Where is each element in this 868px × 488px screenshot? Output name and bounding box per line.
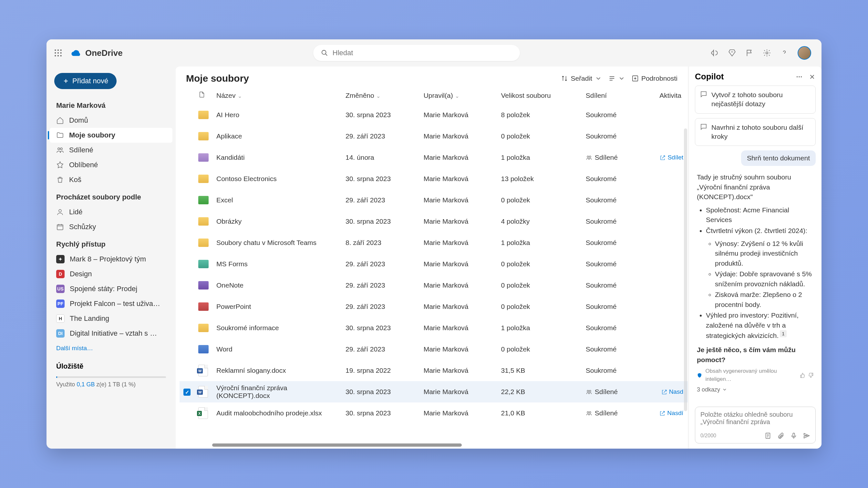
more-icon[interactable] bbox=[796, 73, 803, 80]
file-activity[interactable] bbox=[640, 232, 688, 253]
send-icon[interactable] bbox=[803, 432, 810, 439]
horizontal-scrollbar[interactable] bbox=[182, 444, 681, 447]
file-activity[interactable] bbox=[640, 104, 688, 126]
file-modified-by: Marie Marková bbox=[420, 381, 497, 402]
file-activity[interactable] bbox=[640, 338, 688, 360]
table-row[interactable]: X Audit maloobchodního prodeje.xlsx 30. … bbox=[180, 402, 688, 424]
quick-access-item[interactable]: ✦Mark 8 – Projektový tým bbox=[50, 252, 173, 267]
file-modified-by: Marie Marková bbox=[420, 317, 497, 338]
file-activity[interactable] bbox=[640, 275, 688, 296]
file-size: 13 položek bbox=[497, 168, 582, 190]
flag-icon[interactable] bbox=[745, 49, 754, 57]
table-row[interactable]: Obrázky 30. srpna 2023 Marie Marková 4 p… bbox=[180, 211, 688, 232]
quick-access-item[interactable]: HThe Landing bbox=[50, 311, 173, 326]
svg-point-15 bbox=[59, 209, 61, 212]
vertical-scrollbar[interactable] bbox=[684, 128, 687, 411]
table-row[interactable]: Aplikace 29. září 2023 Marie Marková 0 p… bbox=[180, 126, 688, 147]
more-places-link[interactable]: Další místa… bbox=[50, 341, 173, 356]
table-row[interactable]: Contoso Electronics 30. srpna 2023 Marie… bbox=[180, 168, 688, 190]
chat-icon bbox=[700, 90, 708, 98]
team-avatar: D bbox=[56, 270, 65, 278]
file-activity[interactable]: Sdílet bbox=[640, 147, 688, 168]
browse-meetings[interactable]: Schůzky bbox=[50, 220, 173, 234]
svg-point-20 bbox=[587, 390, 589, 392]
nav-shared[interactable]: Sdílené bbox=[50, 143, 173, 158]
quick-access-item[interactable]: DDesign bbox=[50, 267, 173, 282]
folder-icon bbox=[198, 196, 209, 204]
table-row[interactable]: Soubory chatu v Microsoft Teams 8. září … bbox=[180, 232, 688, 253]
file-activity[interactable] bbox=[640, 168, 688, 190]
table-row[interactable]: W Výroční finanční zpráva (KONCEPT).docx… bbox=[180, 381, 688, 402]
quick-access-item[interactable]: USSpojené státy: Prodej bbox=[50, 282, 173, 296]
details-button[interactable]: Podrobnosti bbox=[631, 74, 678, 82]
svg-point-1 bbox=[58, 50, 59, 51]
file-activity[interactable] bbox=[640, 190, 688, 211]
quick-access-item[interactable]: PFProjekt Falcon – test uživa… bbox=[50, 296, 173, 311]
megaphone-icon[interactable] bbox=[710, 49, 719, 57]
quick-access-item[interactable]: DIDigital Initiative – vztah s … bbox=[50, 326, 173, 341]
microphone-icon[interactable] bbox=[790, 432, 797, 439]
row-checkbox[interactable] bbox=[183, 389, 190, 396]
col-name[interactable]: Název⌄ bbox=[213, 87, 342, 104]
folder-icon bbox=[198, 302, 209, 311]
nav-favorites[interactable]: Oblíbené bbox=[50, 158, 173, 172]
add-new-button[interactable]: Přidat nové bbox=[54, 73, 117, 89]
file-activity[interactable] bbox=[640, 126, 688, 147]
copilot-input[interactable] bbox=[701, 411, 810, 429]
search-box[interactable] bbox=[313, 45, 520, 61]
file-name: Contoso Electronics bbox=[213, 168, 342, 190]
premium-icon[interactable] bbox=[728, 49, 736, 57]
app-launcher-icon[interactable] bbox=[53, 48, 63, 58]
gear-icon[interactable] bbox=[763, 49, 771, 57]
nav-my-files[interactable]: Moje soubory bbox=[50, 128, 173, 143]
table-row[interactable]: PowerPoint 29. září 2023 Marie Marková 0… bbox=[180, 296, 688, 317]
file-name: AI Hero bbox=[213, 104, 342, 126]
copilot-suggestion[interactable]: Vytvoř z tohoto souboru nejčastější dota… bbox=[695, 86, 816, 113]
file-activity[interactable] bbox=[640, 211, 688, 232]
dislike-icon[interactable] bbox=[808, 372, 814, 378]
help-icon[interactable] bbox=[780, 49, 788, 57]
copilot-suggestion[interactable]: Navrhni z tohoto souboru další kroky bbox=[695, 118, 816, 146]
table-row[interactable]: Kandidáti 14. února Marie Marková 1 polo… bbox=[180, 147, 688, 168]
close-icon[interactable] bbox=[809, 73, 816, 80]
table-row[interactable]: Soukromé informace 30. srpna 2023 Marie … bbox=[180, 317, 688, 338]
references-toggle[interactable]: 3 odkazy bbox=[697, 385, 814, 394]
file-modified: 29. září 2023 bbox=[342, 275, 420, 296]
attachment-icon[interactable] bbox=[777, 432, 784, 439]
file-activity[interactable] bbox=[640, 253, 688, 275]
table-row[interactable]: OneNote 29. září 2023 Marie Marková 0 po… bbox=[180, 275, 688, 296]
file-activity[interactable] bbox=[640, 296, 688, 317]
nav-home[interactable]: Domů bbox=[50, 113, 173, 128]
like-icon[interactable] bbox=[800, 372, 805, 378]
file-activity[interactable]: Nasdí bbox=[640, 402, 688, 424]
col-modified[interactable]: Změněno⌄ bbox=[342, 87, 420, 104]
file-activity[interactable] bbox=[640, 317, 688, 338]
folder-icon bbox=[198, 281, 209, 290]
browse-header: Procházet soubory podle bbox=[50, 190, 173, 205]
table-row[interactable]: W Reklamní slogany.docx 19. srpna 2022 M… bbox=[180, 360, 688, 381]
file-activity[interactable] bbox=[640, 360, 688, 381]
file-modified-by: Marie Marková bbox=[420, 190, 497, 211]
browse-people[interactable]: Lidé bbox=[50, 205, 173, 220]
team-avatar: ✦ bbox=[56, 255, 65, 263]
sort-button[interactable]: Seřadit bbox=[561, 74, 602, 82]
view-switcher[interactable] bbox=[609, 75, 625, 82]
avatar[interactable] bbox=[798, 46, 811, 60]
table-row[interactable]: Word 29. září 2023 Marie Marková 0 polož… bbox=[180, 338, 688, 360]
table-row[interactable]: Excel 29. září 2023 Marie Marková 0 polo… bbox=[180, 190, 688, 211]
search-input[interactable] bbox=[333, 49, 512, 57]
file-modified-by: Marie Marková bbox=[420, 104, 497, 126]
file-activity[interactable]: Nasd bbox=[640, 381, 688, 402]
table-row[interactable]: AI Hero 30. srpna 2023 Marie Marková 8 p… bbox=[180, 104, 688, 126]
brand[interactable]: OneDrive bbox=[71, 48, 123, 58]
file-sharing: Soukromé bbox=[582, 296, 640, 317]
table-row[interactable]: MS Forms 29. září 2023 Marie Marková 0 p… bbox=[180, 253, 688, 275]
document-icon[interactable] bbox=[764, 432, 771, 439]
col-modifiedby[interactable]: Upravil(a)⌄ bbox=[420, 87, 497, 104]
shield-icon bbox=[697, 372, 702, 378]
col-size[interactable]: Velikost souboru bbox=[497, 87, 582, 104]
nav-recycle[interactable]: Koš bbox=[50, 172, 173, 187]
col-activity[interactable]: Aktivita bbox=[640, 87, 688, 104]
col-sharing[interactable]: Sdílení bbox=[582, 87, 640, 104]
search-icon bbox=[321, 50, 328, 57]
